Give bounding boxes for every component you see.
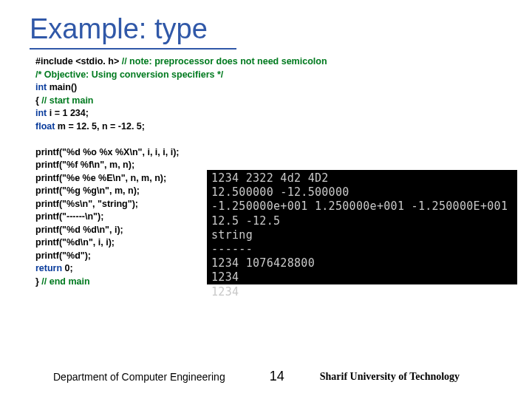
console-output: 1234 2322 4d2 4D2 12.500000 -12.500000 -… xyxy=(207,170,517,284)
code-line: int i = 1 234; xyxy=(35,107,532,120)
code-line xyxy=(35,133,532,146)
code-line: int main() xyxy=(35,81,532,95)
page-number: 14 xyxy=(225,369,320,384)
footer: Department of Computer Engineering 14 Sh… xyxy=(0,369,532,384)
footer-university: Sharif University of Technology xyxy=(320,371,460,383)
code-line: printf("%d %o %x %X\n", i, i, i, i); xyxy=(35,146,532,160)
code-line: #include <stdio. h> // note: preprocesso… xyxy=(35,55,532,69)
code-line: float m = 12. 5, n = -12. 5; xyxy=(35,120,532,134)
code-line: /* Objective: Using conversion specifier… xyxy=(35,69,532,82)
title-underline xyxy=(30,48,236,50)
footer-department: Department of Computer Engineering xyxy=(0,371,225,383)
code-line: { // start main xyxy=(35,95,532,108)
slide-title: Example: type xyxy=(0,0,532,48)
